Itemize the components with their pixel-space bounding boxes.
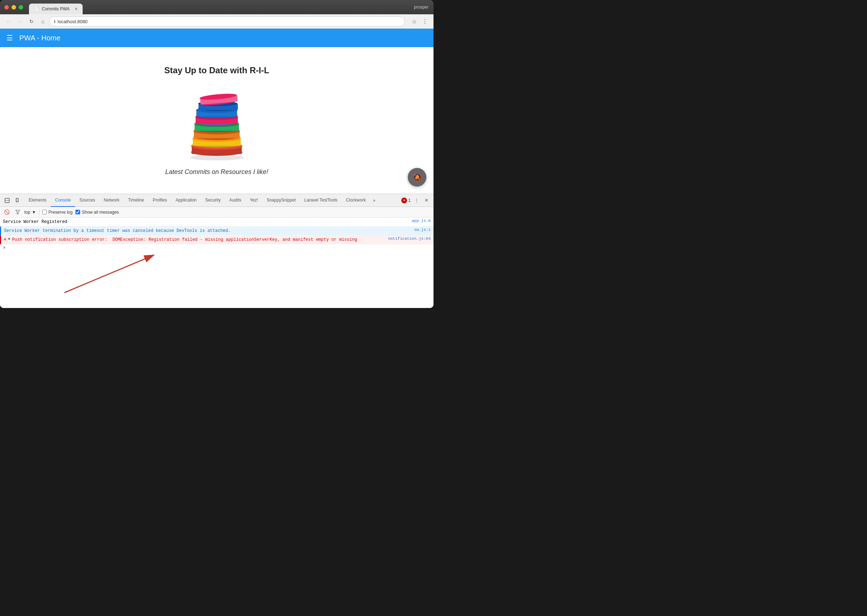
- title-bar: 📄 Commits PWA × prosper: [0, 0, 434, 14]
- notifications-off-icon: 🔕: [413, 173, 422, 182]
- browser-tab[interactable]: 📄 Commits PWA ×: [29, 3, 83, 14]
- tab-network-label: Network: [104, 198, 120, 203]
- tab-audits[interactable]: Audits: [225, 194, 245, 207]
- page-heading: Stay Up to Date with R-I-L: [164, 65, 269, 75]
- bookmark-button[interactable]: ☆: [409, 16, 419, 27]
- svg-rect-28: [16, 199, 18, 201]
- console-message-1: Service Worker Registered app.js:8: [0, 218, 434, 226]
- maximize-button[interactable]: [19, 5, 23, 9]
- show-all-checkbox[interactable]: [76, 210, 80, 214]
- tab-yez[interactable]: Yez!: [245, 194, 262, 207]
- show-all-text: Show all messages: [82, 210, 119, 215]
- lock-icon: ℹ: [54, 19, 55, 24]
- browser-window: 📄 Commits PWA × prosper ← → ↻ ⌂ ℹ localh…: [0, 0, 434, 308]
- tab-audits-label: Audits: [229, 198, 241, 203]
- tab-yez-label: Yez!: [250, 198, 258, 203]
- reload-button[interactable]: ↻: [27, 16, 36, 27]
- clear-console-button[interactable]: 🚫: [3, 208, 11, 216]
- tab-clockwork[interactable]: Clockwork: [342, 194, 370, 207]
- nav-bar: ← → ↻ ⌂ ℹ localhost:8080 ☆ ⋮: [0, 14, 434, 28]
- back-button[interactable]: ←: [3, 16, 14, 27]
- mobile-icon: [15, 198, 20, 203]
- devtools-menu-button[interactable]: ⋮: [412, 196, 421, 205]
- console-msg-2-source[interactable]: sw.js:1: [414, 228, 430, 232]
- tab-security-label: Security: [205, 198, 221, 203]
- tab-application[interactable]: Application: [171, 194, 201, 207]
- toolbar-divider: [39, 209, 39, 215]
- tab-security[interactable]: Security: [201, 194, 225, 207]
- devtools-panel: Elements Console Sources Network Timelin…: [0, 194, 434, 308]
- tab-network[interactable]: Network: [99, 194, 124, 207]
- tab-console[interactable]: Console: [51, 194, 75, 207]
- svg-point-24: [190, 155, 244, 160]
- hamburger-icon[interactable]: ☰: [6, 34, 13, 42]
- preserve-log-label[interactable]: Preserve log: [42, 210, 73, 215]
- notification-fab[interactable]: 🔕: [408, 168, 426, 187]
- expand-icon[interactable]: ▶: [9, 237, 11, 241]
- error-count: 1: [408, 198, 411, 203]
- tab-elements[interactable]: Elements: [24, 194, 51, 207]
- address-bar[interactable]: ℹ localhost:8080: [49, 16, 405, 27]
- svg-marker-30: [16, 210, 20, 214]
- console-msg-1-source[interactable]: app.js:8: [412, 219, 430, 223]
- context-selector[interactable]: top ▼: [24, 210, 36, 215]
- console-message-3: ⊗ ▶ Push notification subscription error…: [0, 236, 434, 244]
- menu-button[interactable]: ⋮: [420, 16, 430, 27]
- cursor-icon: [5, 198, 9, 203]
- tab-laravel[interactable]: Laravel TestTools: [300, 194, 342, 207]
- app-body: Stay Up to Date with R-I-L: [0, 47, 434, 194]
- console-msg-3-text: Push notification subscription error: DO…: [12, 237, 384, 243]
- tab-more-button[interactable]: »: [370, 194, 378, 207]
- books-illustration: [181, 83, 252, 161]
- tab-sources[interactable]: Sources: [75, 194, 99, 207]
- books-svg: [181, 83, 252, 161]
- tab-close-button[interactable]: ×: [75, 6, 77, 12]
- tab-elements-label: Elements: [28, 198, 46, 203]
- tab-title: Commits PWA: [42, 6, 70, 11]
- preserve-log-text: Preserve log: [49, 210, 73, 215]
- console-message-2: Service Worker termination by a timeout …: [0, 226, 434, 236]
- devtools-left-icons: [3, 196, 22, 205]
- tab-favicon: 📄: [34, 7, 39, 11]
- filter-button[interactable]: [14, 208, 22, 216]
- tab-timeline[interactable]: Timeline: [124, 194, 148, 207]
- close-button[interactable]: [4, 5, 9, 9]
- preserve-log-checkbox[interactable]: [42, 210, 47, 214]
- page-subtitle: Latest Commits on Resources I like!: [165, 168, 268, 176]
- error-icon: ⊗: [4, 237, 6, 242]
- console-msg-2-text: Service Worker termination by a timeout …: [4, 228, 410, 234]
- minimize-button[interactable]: [11, 5, 16, 9]
- tab-more-label: »: [373, 198, 375, 203]
- devtools-close-button[interactable]: ✕: [422, 196, 430, 205]
- tab-bar: 📄 Commits PWA ×: [29, 0, 83, 14]
- tab-snappy[interactable]: SnappySnippet: [262, 194, 300, 207]
- console-msg-3-source[interactable]: notification.js:64: [388, 237, 430, 241]
- nav-right-icons: ☆ ⋮: [409, 16, 430, 27]
- url-text: localhost:8080: [58, 19, 400, 24]
- svg-point-29: [17, 201, 17, 202]
- console-messages: Service Worker Registered app.js:8 Servi…: [0, 218, 434, 308]
- tab-timeline-label: Timeline: [128, 198, 144, 203]
- console-caret: >: [0, 244, 434, 251]
- context-value: top: [24, 210, 30, 215]
- tab-clockwork-label: Clockwork: [346, 198, 366, 203]
- tab-application-label: Application: [176, 198, 197, 203]
- tab-laravel-label: Laravel TestTools: [304, 198, 337, 203]
- console-toolbar: 🚫 top ▼ Preserve log Show all: [0, 207, 434, 218]
- device-toolbar-button[interactable]: [13, 196, 22, 205]
- traffic-lights: [4, 5, 23, 9]
- devtools-tabs: Elements Console Sources Network Timelin…: [24, 194, 401, 207]
- tab-profiles[interactable]: Profiles: [148, 194, 171, 207]
- forward-button[interactable]: →: [15, 16, 25, 27]
- context-dropdown-icon: ▼: [32, 210, 36, 215]
- home-button[interactable]: ⌂: [38, 16, 48, 27]
- show-all-label[interactable]: Show all messages: [76, 210, 119, 215]
- devtools-right: ✕ 1 ⋮ ✕: [401, 196, 430, 205]
- filter-icon: [16, 210, 20, 214]
- tab-profiles-label: Profiles: [153, 198, 167, 203]
- console-messages-wrapper: Service Worker Registered app.js:8 Servi…: [0, 218, 434, 308]
- error-badge: ✕: [401, 198, 407, 203]
- devtools-tabs-bar: Elements Console Sources Network Timelin…: [0, 194, 434, 207]
- inspect-element-button[interactable]: [3, 196, 11, 205]
- tab-sources-label: Sources: [79, 198, 95, 203]
